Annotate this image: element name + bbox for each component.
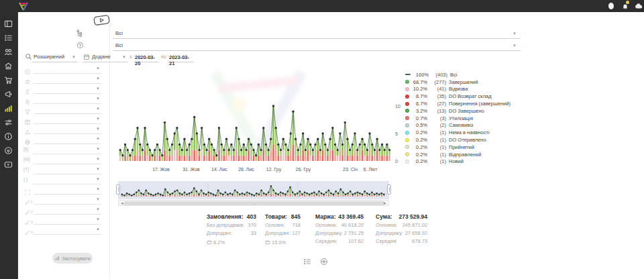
chart-scrollbar[interactable]: ◄ ⋯ ► [118,200,389,206]
scrollbar-thumb[interactable]: ⋯ [124,201,384,205]
stats-sub-value: 40 618.20 [341,222,364,230]
pencil-number-label: 4 [31,230,33,234]
legend-item[interactable]: 100%(403)Всі [405,71,533,78]
category-tree-icon [76,30,84,37]
summary-globe-icon[interactable] [320,258,328,266]
sidebar-item-info[interactable] [4,131,13,140]
chevron-down-icon: ▼ [96,87,100,91]
filter-select-field[interactable]: ▼ [34,225,101,235]
product-filter-select[interactable]: Всі ▼ [113,40,521,51]
sidebar-item-customers[interactable] [4,47,13,56]
filter-select-field[interactable]: ▼ [34,205,101,215]
user-avatar[interactable] [608,3,614,9]
legend-percent: 0.2% [411,144,427,150]
sidebar-item-orders[interactable] [4,33,13,42]
filter-select-field[interactable]: ▼ [34,125,101,134]
filter-select-field[interactable]: ▼ [34,64,101,74]
filter-select-field[interactable]: ▼ [34,195,101,205]
sidebar-item-announcements[interactable] [4,89,13,98]
legend-marker-icon [405,95,409,99]
legend-item[interactable]: 68.7%(277)Завершений [405,78,533,86]
brand-logo-icon[interactable] [18,1,29,11]
source-filter-value: Всі [115,30,123,36]
filter-select-field[interactable]: ▼ [34,105,101,114]
chevron-down-icon: ▼ [96,76,100,80]
filter-select-field[interactable]: ▼ [34,115,101,124]
legend-item[interactable]: 0.7%(3)Утилізація [405,115,533,122]
sidebar-item-analytics[interactable] [4,103,13,112]
legend-item[interactable]: 8.7%(35)DO Возврат склад [405,93,533,100]
search-mode-select[interactable]: Розширений ▼ [32,52,77,62]
filter-select-field[interactable]: ▼ [34,95,101,104]
legend-percent: 0.2% [411,129,427,135]
filter-select-field[interactable]: ▼ [34,74,101,84]
chevron-down-icon: ▼ [72,55,76,59]
scroll-right-arrow-icon[interactable]: ► [383,201,387,206]
legend-item[interactable]: 0.2%(1)DO Отправлено [405,136,533,144]
alerts-cloud-icon[interactable] [635,2,643,10]
chevron-down-icon: ▼ [96,127,100,131]
stats-title: Товари: [265,213,287,222]
legend-marker-icon [405,116,409,120]
sidebar-item-support[interactable] [4,146,13,154]
date-to-input[interactable]: 2023-03-21 [168,52,194,62]
sidebar-item-store[interactable] [4,61,13,70]
legend-label: Самовивіз [449,122,473,128]
filter-select-field[interactable]: ▼ [34,175,101,184]
video-tag-icon[interactable] [93,13,111,26]
filter-select-row: {M}▼ [17,155,109,165]
sidebar-item-video[interactable] [4,160,13,168]
legend-item[interactable]: 0.2%(1)Відправлений [405,151,533,158]
sidebar-item-cart[interactable] [4,75,13,84]
summary-list-icon[interactable] [303,258,311,266]
filter-select-field[interactable]: ▼ [34,85,101,94]
svg-text:31. Жов: 31. Жов [182,167,200,172]
filter-select-field[interactable]: ▼ [34,185,101,194]
stats-sub-value: 27 658.92 [405,230,427,238]
stats-column: Маржа:43 369.45Основна:40 618.20Допродаж… [315,213,364,246]
legend-count: (13) [429,108,446,114]
sidebar-item-dashboard[interactable] [4,19,13,27]
cart-icon [4,76,13,85]
filter-select-field[interactable]: ▼ [34,215,101,225]
legend-count: (41) [429,86,446,92]
legend-percent: 100% [413,72,429,78]
source-filter-select[interactable]: Всі ▼ [113,28,521,39]
legend-marker-icon [405,102,409,106]
legend-item[interactable]: 3.2%(13)DO Завершено [405,107,533,115]
apply-filters-button[interactable]: Застосувати [52,253,93,264]
stats-sub-label: Основна: [376,222,397,230]
chart-navigator[interactable] [118,181,389,199]
support-icon [4,146,13,155]
bracket-m-icon: {M} [23,157,30,162]
legend-item[interactable]: 10.2%(41)Відмова [405,86,533,93]
filter-select-row: {T}▼ [17,165,109,175]
legend-item[interactable]: 0.2%(1)Прийнятий [405,144,533,151]
stats-sub-value: 678.73 [412,238,427,246]
filter-select-field[interactable]: ▼ [34,145,101,154]
legend-item[interactable]: 0.2%(1)Новий [405,158,533,166]
legend-item[interactable]: 6.7%(27)Повернення (завершений) [405,100,533,107]
sidebar-item-settings[interactable] [4,117,13,126]
date-from-input[interactable]: 2020-03-20 [134,52,159,62]
filter-select-field[interactable]: ▼ [34,155,101,164]
filter-select-field[interactable]: ▼ [34,165,101,174]
legend-item[interactable]: 0.2%(1)Нема в наявності [405,129,533,136]
legend-item[interactable]: 0.5%(2)Самовивіз [405,122,533,129]
legend-label: Новий [449,158,464,164]
legend-count: (1) [429,144,446,150]
stats-sub-label: Допродажу: [315,230,343,238]
filter-select-field[interactable]: ▼ [34,135,101,144]
stats-sub-value: 33 [251,230,256,238]
navigator-right-handle[interactable] [387,184,391,194]
svg-text:14. Лис: 14. Лис [211,167,227,172]
legend-label: Всі [450,72,457,78]
date-from-value: 2020-03-20 [135,54,159,66]
lock-icon [24,96,32,103]
date-field-select[interactable]: Додане ▼ [83,52,127,62]
pencil-3-icon: 3 [24,217,32,224]
legend-marker-icon [405,160,409,164]
navigator-left-handle[interactable] [116,184,120,194]
analytics-bars-icon [4,104,13,113]
stats-column: Замовлення:403Без допродажів:370Допродан… [207,213,256,246]
